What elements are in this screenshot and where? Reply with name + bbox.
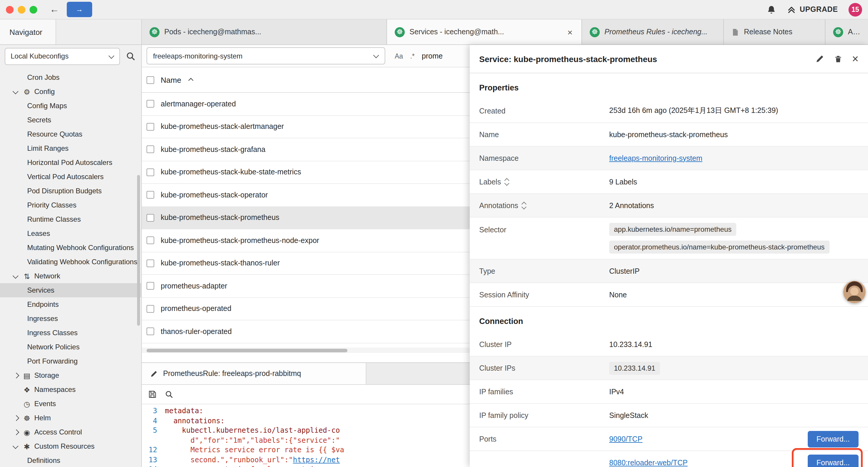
tab-bar: Navigator ☸ Pods - icecheng@mathmas... ☸… [0,20,868,45]
sidebar-item-label: Resource Quotas [27,130,83,138]
kubeconfig-selector[interactable]: Local Kubeconfigs [5,48,120,65]
column-header-name[interactable]: Name [161,76,181,84]
bell-icon[interactable] [767,4,777,14]
row-checkbox[interactable] [147,100,154,108]
namespace-selector[interactable]: freeleaps-monitoring-system [147,47,385,64]
row-checkbox[interactable] [147,214,154,222]
sidebar-item-label: Config [34,87,55,96]
search-icon[interactable] [126,52,135,61]
sidebar-item-horizontal-pod-autoscalers[interactable]: Horizontal Pod Autoscalers [0,155,141,170]
expand-icon[interactable] [505,179,508,184]
avatar[interactable] [843,281,866,303]
sidebar-item-definitions[interactable]: Definitions [0,454,141,467]
session-affinity-row: Session AffinityNone [470,283,868,307]
delete-icon[interactable] [834,54,842,63]
row-label: Created [479,107,609,115]
window-close-button[interactable] [6,6,13,13]
sidebar-item-port-forwarding[interactable]: Port Forwarding [0,354,141,368]
expand-icon[interactable] [522,203,526,208]
sidebar-item-resource-quotas[interactable]: Resource Quotas [0,127,141,141]
row-checkbox[interactable] [147,260,154,267]
sidebar-item-ingress-classes[interactable]: Ingress Classes [0,326,141,340]
namespace-link[interactable]: freeleaps-monitoring-system [609,154,702,162]
row-checkbox[interactable] [147,146,154,153]
sidebar-item-endpoints[interactable]: Endpoints [0,297,141,312]
row-checkbox[interactable] [147,169,154,176]
sidebar-item-config-maps[interactable]: Config Maps [0,99,141,113]
sidebar-item-label: Endpoints [27,300,59,309]
close-icon[interactable]: × [852,53,859,64]
type-row: TypeClusterIP [470,260,868,283]
row-checkbox[interactable] [147,328,154,335]
upgrade-button[interactable]: UPGRADE [787,5,838,14]
sidebar-item-namespaces[interactable]: ❖Namespaces [0,382,141,397]
sidebar-item-leases[interactable]: Leases [0,226,141,241]
sidebar-item-priority-classes[interactable]: Priority Classes [0,198,141,212]
sidebar-item-config[interactable]: ⚙Config [0,85,141,99]
sidebar-item-runtime-classes[interactable]: Runtime Classes [0,212,141,226]
sidebar-item-services[interactable]: Services [0,283,141,297]
yaml-key: annotations: [165,416,224,426]
sidebar-item-custom-resources[interactable]: ✱Custom Resources [0,439,141,454]
service-name: kube-prometheus-stack-prometheus [161,214,279,222]
sidebar-item-storage[interactable]: ▤Storage [0,368,141,382]
sidebar-item-mutating-webhook-configurations[interactable]: Mutating Webhook Configurations [0,241,141,255]
window-zoom-button[interactable] [30,6,37,13]
navigator-header: Navigator [0,20,142,44]
sidebar-item-label: Helm [34,414,51,422]
sidebar-item-network[interactable]: ⇅Network [0,269,141,283]
forward-button[interactable]: Forward... [807,454,859,467]
sidebar-item-pod-disruption-budgets[interactable]: Pod Disruption Budgets [0,184,141,198]
url-link[interactable]: https://net [293,455,340,465]
match-case-toggle[interactable]: Aa [395,52,403,59]
row-checkbox[interactable] [147,123,154,130]
sidebar-item-helm[interactable]: ☸Helm [0,411,141,425]
forward-button[interactable]: Forward... [807,431,859,447]
sidebar-item-cron-jobs[interactable]: Cron Jobs [0,70,141,85]
row-checkbox[interactable] [147,282,154,290]
tab-release-notes[interactable]: Release Notes [724,20,826,44]
row-checkbox[interactable] [147,305,154,313]
tab-prometheus-rules[interactable]: ☸ Prometheus Rules - icecheng... [582,20,724,44]
window-minimize-button[interactable] [18,6,25,13]
service-details-drawer: Service: kube-prometheus-stack-prometheu… [470,45,868,467]
sidebar-item-label: Port Forwarding [27,357,78,365]
dock-tab-prometheusrule[interactable]: PrometheusRule: freeleaps-prod-rabbitmq [142,363,366,384]
tab-pods[interactable]: ☸ Pods - icecheng@mathmas... [142,20,387,44]
row-value[interactable]: 9 Labels [609,178,637,186]
sort-ascending-icon[interactable] [188,77,193,83]
yaml-string: d","for":"1m","labels":{"service":" [165,435,340,445]
sidebar-item-validating-webhook-configurations[interactable]: Validating Webhook Configurations [0,255,141,269]
port-link[interactable]: 9090/TCP [609,435,643,443]
forward-icon[interactable]: → [67,2,92,18]
notification-count-badge[interactable]: 15 [848,3,862,16]
scrollbar-thumb[interactable] [147,348,347,352]
sidebar-scrollbar-thumb[interactable] [137,175,140,326]
sidebar-item-access-control[interactable]: ◉Access Control [0,425,141,439]
select-all-checkbox[interactable] [147,76,154,84]
row-value[interactable]: 2 Annotations [609,201,654,209]
kubernetes-icon: ☸ [590,27,600,37]
tab-argo[interactable]: ☸ Argo S [826,20,868,44]
line-number: 5 [142,426,157,435]
search-icon[interactable] [165,390,173,399]
back-icon[interactable]: ← [50,5,59,14]
row-checkbox[interactable] [147,191,154,199]
sidebar-item-ingresses[interactable]: Ingresses [0,312,141,326]
search-input[interactable]: Aa .* prome [395,52,442,60]
port-link[interactable]: 8080:reloader-web/TCP [609,459,687,467]
close-icon[interactable]: × [566,27,574,37]
save-icon[interactable] [148,390,157,399]
sidebar-item-limit-ranges[interactable]: Limit Ranges [0,141,141,155]
service-name: prometheus-operated [161,305,231,313]
sidebar-item-network-policies[interactable]: Network Policies [0,340,141,354]
tab-services[interactable]: ☸ Services - icecheng@math... × [387,20,582,44]
row-checkbox[interactable] [147,237,154,244]
sidebar-item-vertical-pod-autoscalers[interactable]: Vertical Pod Autoscalers [0,170,141,184]
sidebar-item-events[interactable]: ◷Events [0,397,141,411]
edit-icon[interactable] [815,54,824,63]
sidebar-item-secrets[interactable]: Secrets [0,113,141,127]
row-label: Session Affinity [479,291,609,299]
regex-toggle[interactable]: .* [410,52,414,59]
sidebar-item-label: Pod Disruption Budgets [27,187,102,195]
